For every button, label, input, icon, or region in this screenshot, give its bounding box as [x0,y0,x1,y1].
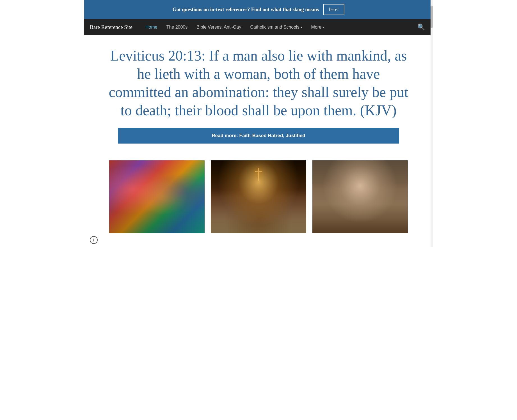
info-icon[interactable]: i [90,236,98,244]
image-church [211,160,306,233]
info-icon-container: i [84,233,433,247]
site-title: Bare Reference Site [90,24,132,30]
chevron-down-icon: ▾ [301,26,302,29]
image-card-young-man[interactable] [312,160,408,233]
nav-home[interactable]: Home [141,19,162,35]
nav-catholicism[interactable]: Catholicism and Schools ▾ [246,19,306,35]
hero-quote: Leviticus 20:13: If a man also lie with … [104,47,413,119]
chevron-down-icon: ▾ [322,26,324,29]
nav-more[interactable]: More ▾ [307,19,329,35]
image-card-church[interactable] [211,160,306,233]
search-button[interactable]: 🔍 [415,24,427,31]
image-young-man [312,160,408,233]
image-pop-girls [109,160,205,233]
top-banner: Got questions on in-text references? Fin… [84,0,433,19]
hero-section: Leviticus 20:13: If a man also lie with … [84,35,433,160]
banner-button[interactable]: here! [323,4,344,15]
nav-bible-verses[interactable]: Bible Verses, Anti-Gay [192,19,246,35]
scrollbar[interactable] [431,0,433,247]
search-icon: 🔍 [417,24,425,31]
banner-text: Got questions on in-text references? Fin… [173,7,319,13]
navbar: Bare Reference Site Home The 2000s Bible… [84,19,433,35]
image-grid [84,160,433,233]
image-card-pop-girls[interactable] [109,160,205,233]
nav-links: Home The 2000s Bible Verses, Anti-Gay Ca… [141,19,415,35]
scrollbar-thumb[interactable] [431,6,433,28]
nav-2000s[interactable]: The 2000s [162,19,192,35]
read-more-button[interactable]: Read more: Faith-Based Hatred, Justified [118,128,399,144]
